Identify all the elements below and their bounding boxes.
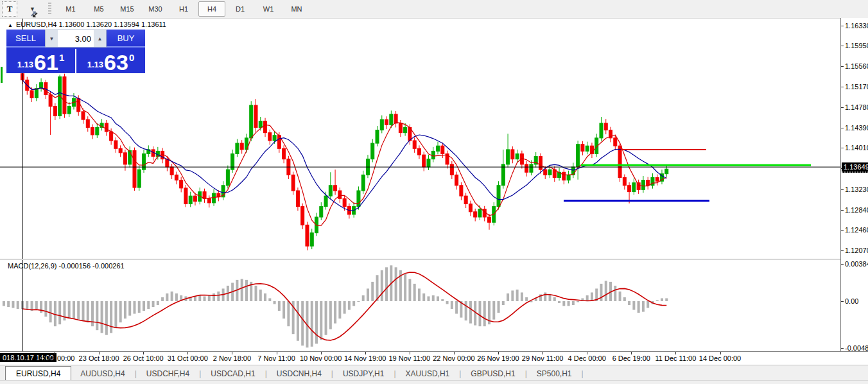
price-axis-label: 1.15170	[845, 83, 868, 91]
timeframe-button-mn[interactable]: MN	[283, 1, 310, 17]
tab-separator: |	[581, 369, 584, 381]
time-axis-label: 14 Nov 19:00	[344, 354, 386, 362]
symbol-tab-usdchf[interactable]: USDCHF,H4	[137, 367, 198, 381]
symbol-tab-bar: EURUSD,H4AUDUSD,H4|USDCHF,H4|USDCAD,H1|U…	[0, 365, 868, 381]
price-axis-label: 1.15950	[845, 42, 868, 49]
time-axis-label: 6 Dec 19:00	[612, 354, 650, 362]
timeframe-button-h4[interactable]: H4	[198, 1, 225, 17]
timeframe-button-m30[interactable]: M30	[142, 1, 169, 17]
price-axis-label-tick	[841, 250, 844, 251]
timeframe-button-h1[interactable]: H1	[170, 1, 197, 17]
sell-price-pips: 61	[34, 53, 58, 72]
buy-button[interactable]: BUY	[107, 30, 145, 48]
price-axis-label: 1.13230	[845, 186, 868, 193]
volume-decrease-button[interactable]: ▼	[46, 30, 58, 47]
symbol-tab-audusd[interactable]: AUDUSD,H4	[71, 367, 134, 381]
symbol-tab-gbpusd[interactable]: GBPUSD,H1	[462, 367, 524, 381]
symbol-tab-usdjpy[interactable]: USDJPY,H1	[334, 367, 393, 381]
macd-axis-label: 0.00	[845, 297, 858, 305]
timeframe-button-w1[interactable]: W1	[255, 1, 282, 17]
symbol-tab-sp500[interactable]: SP500,H1	[528, 367, 581, 381]
toolbar-grip[interactable]	[48, 3, 51, 15]
time-axis-label: 29 Nov 11:00	[522, 354, 564, 362]
price-axis-label-tick	[841, 128, 844, 128]
time-axis-label: 31 Oct 00:00	[168, 354, 208, 362]
price-axis-label-tick	[841, 66, 844, 67]
time-axis-label: 23 Oct 18:00	[79, 354, 119, 362]
current-price-label: 1.13649	[842, 162, 868, 173]
price-axis-label: 1.16330	[845, 22, 868, 30]
time-axis-label: 19 Nov 11:00	[388, 354, 430, 362]
sell-price-base: 1.13	[17, 60, 33, 69]
sell-button[interactable]: SELL	[6, 30, 45, 48]
price-axis-label-tick	[841, 148, 844, 148]
price-axis-label: 1.12070	[845, 247, 868, 254]
buy-price-pips: 63	[104, 53, 128, 72]
trading-terminal-window: T ▼ M1M5M15M30H1H4D1W1MN ▲EURUSD,H4 1.13…	[0, 0, 868, 384]
price-axis-label-tick	[841, 26, 844, 26]
macd-axis-label: 0.003847	[845, 260, 868, 268]
volume-input[interactable]	[58, 30, 94, 47]
chart-symbol-header: ▲EURUSD,H4 1.13600 1.13620 1.13594 1.136…	[8, 21, 166, 28]
macd-axis-label-tick	[841, 264, 844, 265]
time-axis-label: 22 Nov 00:00	[433, 354, 474, 362]
symbol-tab-xauusd[interactable]: XAUUSD,H1	[397, 367, 459, 381]
time-axis[interactable]: 018.10.17 14:00 19 Oct 00:0023 Oct 18:00…	[0, 351, 868, 365]
time-axis-label: 4 Dec 00:00	[568, 354, 606, 362]
timeframe-button-d1[interactable]: D1	[227, 1, 254, 17]
sell-price-display[interactable]: 1.13 61 1	[6, 49, 76, 73]
macd-axis-label-tick	[841, 301, 844, 302]
macd-indicator-pane[interactable]	[0, 260, 840, 351]
chart-ohlc-text: EURUSD,H4 1.13600 1.13620 1.13594 1.1361…	[16, 21, 166, 28]
time-axis-label: 2 Nov 18:00	[213, 354, 251, 362]
timeframe-button-m5[interactable]: M5	[85, 1, 112, 17]
buy-price-point: 0	[129, 52, 134, 63]
price-axis-label-tick	[841, 189, 844, 190]
time-axis-label: 11 Dec 11:00	[655, 354, 696, 362]
price-axis-label-tick	[841, 107, 844, 108]
volume-stepper: ▼ ▲	[45, 30, 107, 48]
top-toolbar: T ▼ M1M5M15M30H1H4D1W1MN	[0, 0, 868, 19]
time-axis-label: 7 Nov 11:00	[257, 354, 295, 362]
price-axis-label: 1.14010	[845, 144, 868, 152]
price-axis-label: 1.12460	[845, 226, 868, 234]
buy-price-base: 1.13	[87, 60, 103, 69]
sell-price-point: 1	[59, 52, 64, 63]
buy-price-display[interactable]: 1.13 63 0	[76, 49, 145, 73]
timeframe-button-m1[interactable]: M1	[57, 1, 84, 17]
price-axis-label: 1.14780	[845, 103, 868, 111]
one-click-trade-panel: SELL ▼ ▲ BUY 1.13 61 1 1.13 63 0	[6, 30, 145, 73]
symbol-tab-usdcnh[interactable]: USDCNH,H4	[268, 367, 331, 381]
price-axis-label-tick	[841, 230, 844, 231]
symbol-tab-eurusd[interactable]: EURUSD,H4	[5, 366, 71, 381]
timeframe-button-m15[interactable]: M15	[114, 1, 141, 17]
time-axis-label: 14 Dec 00:00	[699, 354, 741, 362]
macd-label: MACD(12,26,9) -0.000156 -0.000261	[8, 262, 125, 270]
price-axis-label: 1.12840	[845, 206, 868, 214]
timeframe-button-group: M1M5M15M30H1H4D1W1MN	[56, 1, 311, 17]
price-axis-label: 1.15560	[845, 62, 868, 70]
arrange-arrows-button[interactable]: ▼	[22, 2, 42, 16]
price-axis-label-tick	[841, 87, 844, 87]
price-axis-label: 1.14390	[845, 124, 868, 132]
status-strip	[0, 380, 868, 384]
time-axis-label: 26 Oct 10:00	[123, 354, 164, 362]
macd-axis-label-tick	[841, 348, 844, 349]
time-axis-label: 19 Oct 00:00	[35, 354, 75, 362]
text-tool-button[interactable]: T	[2, 1, 17, 17]
volume-increase-button[interactable]: ▲	[94, 30, 106, 47]
collapse-triangle-icon[interactable]: ▲	[8, 22, 13, 28]
time-axis-label: 26 Nov 19:00	[477, 354, 519, 362]
price-axis-label-tick	[841, 210, 844, 211]
time-axis-label: 10 Nov 00:00	[300, 354, 342, 362]
symbol-tab-usdcad[interactable]: USDCAD,H1	[202, 367, 264, 381]
price-axis-label-tick	[841, 46, 844, 46]
price-axis[interactable]: 1.163301.159501.155601.151701.147801.143…	[840, 18, 868, 365]
